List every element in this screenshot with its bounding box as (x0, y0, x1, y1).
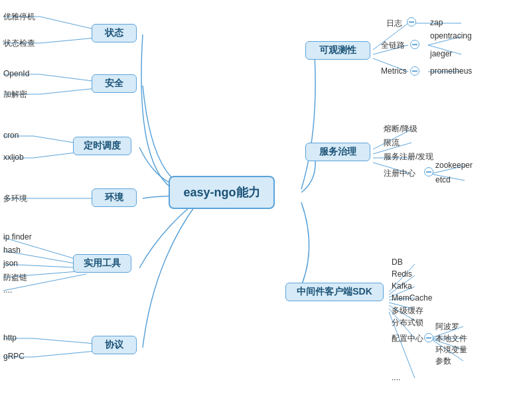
leaf-ipfinder: ip finder (3, 232, 32, 242)
leaf-db: DB (392, 257, 403, 267)
node-tools: 实用工具 (73, 254, 131, 273)
leaf-apollo: 阿波罗 (435, 321, 459, 332)
leaf-multilevel-cache: 多级缓存 (392, 305, 423, 316)
leaf-ratelimit: 限流 (384, 137, 400, 149)
leaf-memcache: MemCache (392, 293, 432, 303)
leaf-opentracing: opentracing (430, 31, 472, 40)
leaf-log: 日志 (386, 18, 402, 29)
leaf-circuit: 熔断/降级 (384, 123, 417, 135)
leaf-openid: OpenId (3, 69, 29, 78)
leaf-decrypt: 加解密 (3, 89, 27, 100)
leaf-tracing: 全链路 (381, 40, 405, 51)
leaf-kafka: Kafka (392, 281, 412, 291)
leaf-cron: cron (3, 131, 19, 140)
node-governance: 服务治理 (305, 143, 370, 161)
leaf-zap: zap (430, 18, 443, 27)
node-observability: 可观测性 (305, 41, 370, 60)
node-security: 安全 (92, 74, 137, 93)
leaf-http: http (3, 333, 17, 342)
leaf-discovery: 服务注册/发现 (384, 151, 433, 163)
leaf-zookeeper: zookeeper (435, 161, 473, 170)
leaf-xxljob: xxljob (3, 153, 24, 162)
center-node: easy-ngo能力 (169, 176, 275, 209)
node-protocol: 协议 (92, 336, 137, 354)
leaf-graceful-stop: 优雅停机 (3, 11, 35, 23)
leaf-localfile: 本地文件 (435, 333, 467, 344)
leaf-hotlink: 防盗链 (3, 272, 27, 283)
leaf-metrics: Metrics (381, 66, 407, 76)
leaf-grpc: gRPC (3, 352, 25, 361)
leaf-health-check: 状态检查 (3, 38, 35, 49)
leaf-multienv: 多环境 (3, 193, 27, 204)
leaf-middleware-more: .... (392, 373, 400, 382)
node-status: 状态 (92, 24, 137, 42)
node-middleware: 中间件客户端SDK (285, 283, 384, 301)
leaf-tools-more: .... (3, 285, 12, 295)
minus-registry (424, 167, 433, 176)
minus-tracing (410, 40, 419, 49)
leaf-jaeger: jaeger (430, 49, 452, 58)
leaf-hash: hash (3, 245, 21, 255)
leaf-registry: 注册中心 (384, 168, 415, 179)
leaf-json: json (3, 259, 18, 268)
node-env: 环境 (92, 188, 137, 207)
node-scheduler: 定时调度 (73, 137, 131, 155)
minus-config (424, 333, 433, 342)
leaf-etcd: etcd (435, 175, 451, 184)
leaf-envvar: 环境变量 (435, 344, 467, 356)
leaf-config-center: 配置中心 (392, 333, 423, 344)
minus-log (407, 17, 416, 27)
leaf-prometheus: prometheus (430, 66, 472, 76)
leaf-param: 参数 (435, 356, 451, 367)
leaf-redis: Redis (392, 269, 412, 279)
leaf-distlock: 分布式锁 (392, 317, 423, 328)
minus-metrics (410, 66, 419, 76)
